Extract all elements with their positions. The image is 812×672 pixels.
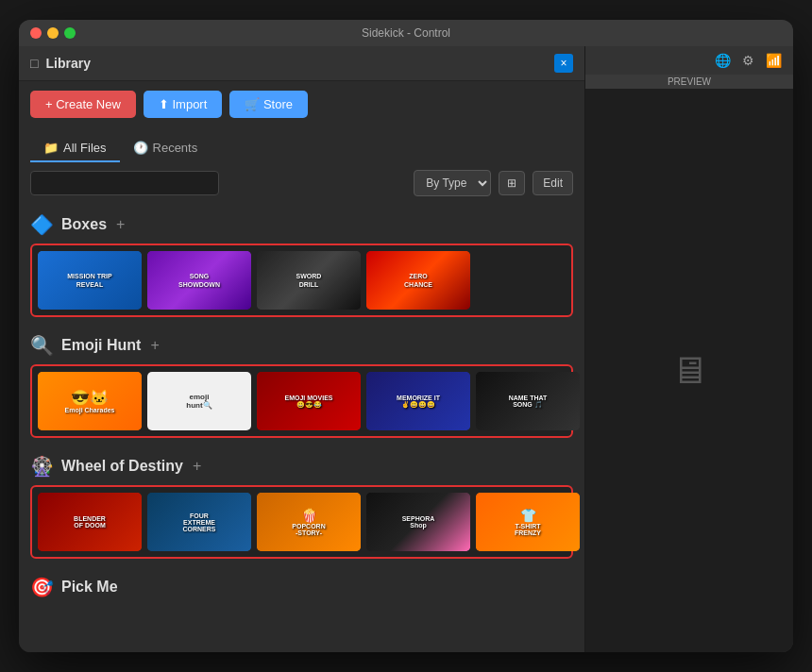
blender-label: BLENDEROF DOOM xyxy=(74,515,106,529)
minimize-button[interactable] xyxy=(47,27,59,39)
item-emoji-movies[interactable]: EMOJI MOVIES😀😎😂 xyxy=(257,372,361,430)
mission-trip-label: MISSION TRIPREVEAL xyxy=(67,272,111,289)
section-boxes: 🔷 Boxes + MISSION TRIPREVEAL xyxy=(30,213,573,317)
app-body: □ Library × + Create New ⬆ Import 🛒 Stor… xyxy=(19,46,793,652)
charades-emoji: 😎🐱 xyxy=(71,389,109,407)
wheel-add-button[interactable]: + xyxy=(193,458,201,475)
settings-icon[interactable]: ⚙ xyxy=(740,51,756,70)
library-panel-icon: □ xyxy=(30,56,38,71)
preview-label: PREVIEW xyxy=(585,75,793,89)
preview-area: 🖥 xyxy=(585,89,793,652)
library-panel: □ Library × + Create New ⬆ Import 🛒 Stor… xyxy=(19,46,585,652)
item-zero-chance[interactable]: ZEROCHANCE xyxy=(366,251,470,310)
section-wheel-of-destiny: 🎡 Wheel of Destiny + BLENDEROF DOOM xyxy=(30,455,573,559)
popcorn-emoji: 🍿 xyxy=(301,508,317,523)
boxes-section-icon: 🔷 xyxy=(30,213,54,236)
view-toggle-button[interactable]: ⊞ xyxy=(499,171,525,195)
item-sword-drill[interactable]: SWORDDRILL xyxy=(257,251,361,310)
emoji-charades-label: Emoji Charades xyxy=(65,407,115,413)
mac-window: Sidekick - Control □ Library × + Create … xyxy=(19,20,793,652)
import-button[interactable]: ⬆ Import xyxy=(144,91,222,118)
tab-bar: 📁 All Files 🕐 Recents xyxy=(19,127,584,162)
wheel-section-icon: 🎡 xyxy=(30,455,54,478)
emoji-hunt-label: emojihunt🔍 xyxy=(186,393,211,410)
emoji-section-icon: 🔍 xyxy=(30,334,54,357)
filter-dropdown[interactable]: By Type xyxy=(414,170,491,196)
edit-button[interactable]: Edit xyxy=(533,171,573,195)
monitor-icon: 🖥 xyxy=(670,349,708,392)
section-pick-me-title: Pick Me xyxy=(61,579,118,596)
all-files-icon: 📁 xyxy=(43,141,59,155)
emoji-items-row: 😎🐱 Emoji Charades emojihunt🔍 xyxy=(30,364,573,438)
tab-all-files[interactable]: 📁 All Files xyxy=(30,135,120,162)
library-header: □ Library × xyxy=(19,46,584,81)
item-popcorn-story[interactable]: 🍿 POPCORN-STORY- xyxy=(257,493,361,551)
store-button[interactable]: 🛒 Store xyxy=(229,91,308,118)
sidebar-top-icons: 🌐 ⚙ 📶 xyxy=(585,46,793,75)
memorize-it-label: MEMORIZE IT✌️😀😀😀 xyxy=(397,395,440,409)
action-buttons-bar: + Create New ⬆ Import 🛒 Store xyxy=(19,81,584,127)
search-input[interactable] xyxy=(30,171,219,195)
item-emoji-hunt[interactable]: emojihunt🔍 xyxy=(147,372,251,430)
item-sephora-shop[interactable]: SEPHORAShop xyxy=(366,493,470,551)
title-bar: Sidekick - Control xyxy=(19,20,793,46)
section-boxes-title: Boxes xyxy=(61,216,107,233)
section-wheel-header: 🎡 Wheel of Destiny + xyxy=(30,455,573,478)
sword-drill-label: SWORDDRILL xyxy=(296,272,322,289)
close-button[interactable] xyxy=(30,27,42,39)
traffic-lights xyxy=(30,27,76,39)
tshirt-emoji: 👕 xyxy=(520,508,536,523)
section-emoji-header: 🔍 Emoji Hunt + xyxy=(30,334,573,357)
create-new-button[interactable]: + Create New xyxy=(30,91,136,118)
item-four-extreme-corners[interactable]: FOUREXTREMECORNERS xyxy=(147,493,251,551)
zero-chance-label: ZEROCHANCE xyxy=(404,272,432,289)
item-tshirt-frenzy[interactable]: 👕 T-SHIRTFRENZY xyxy=(476,493,580,551)
tab-recents-label: Recents xyxy=(153,141,198,155)
item-name-that-song[interactable]: NAME THATSONG 🎵 xyxy=(476,372,580,430)
pick-me-icon: 🎯 xyxy=(30,576,54,598)
section-boxes-header: 🔷 Boxes + xyxy=(30,213,573,236)
extreme-corners-label: FOUREXTREMECORNERS xyxy=(182,512,215,532)
name-that-song-label: NAME THATSONG 🎵 xyxy=(509,395,548,409)
section-emoji-title: Emoji Hunt xyxy=(61,337,141,354)
emoji-add-button[interactable]: + xyxy=(150,337,159,354)
library-close-button[interactable]: × xyxy=(554,54,573,73)
maximize-button[interactable] xyxy=(64,27,76,39)
section-wheel-title: Wheel of Destiny xyxy=(61,458,183,475)
item-blender-of-doom[interactable]: BLENDEROF DOOM xyxy=(38,493,142,551)
emoji-movies-label: EMOJI MOVIES😀😎😂 xyxy=(285,395,333,409)
item-song-showdown[interactable]: SONGSHOWDOWN xyxy=(147,251,251,310)
tab-recents[interactable]: 🕐 Recents xyxy=(120,135,211,162)
tab-all-files-label: All Files xyxy=(63,141,107,155)
boxes-add-button[interactable]: + xyxy=(116,216,125,233)
right-sidebar: 🌐 ⚙ 📶 PREVIEW 🖥 xyxy=(585,46,793,652)
tshirt-label: T-SHIRTFRENZY xyxy=(515,523,541,536)
library-title: Library xyxy=(45,56,547,71)
boxes-items-row: MISSION TRIPREVEAL SONGSHOWDOWN xyxy=(30,244,573,317)
section-pick-me-header: 🎯 Pick Me xyxy=(30,576,573,598)
globe-icon[interactable]: 🌐 xyxy=(713,51,733,70)
section-emoji-hunt: 🔍 Emoji Hunt + 😎🐱 Emoji Charades xyxy=(30,334,573,438)
section-pick-me: 🎯 Pick Me xyxy=(30,576,573,598)
item-mission-trip[interactable]: MISSION TRIPREVEAL xyxy=(38,251,142,310)
recents-icon: 🕐 xyxy=(133,141,148,155)
window-title: Sidekick - Control xyxy=(362,26,450,40)
sephora-label: SEPHORAShop xyxy=(402,515,435,529)
wheel-items-row: BLENDEROF DOOM FOUREXTREMECORNERS xyxy=(30,485,573,559)
search-filter-bar: By Type ⊞ Edit xyxy=(19,162,584,204)
wifi-icon[interactable]: 📶 xyxy=(764,51,784,70)
item-memorize-it[interactable]: MEMORIZE IT✌️😀😀😀 xyxy=(366,372,470,430)
popcorn-label: POPCORN-STORY- xyxy=(292,523,325,536)
song-showdown-label: SONGSHOWDOWN xyxy=(178,272,220,289)
item-emoji-charades[interactable]: 😎🐱 Emoji Charades xyxy=(38,372,142,430)
content-area: 🔷 Boxes + MISSION TRIPREVEAL xyxy=(19,204,584,652)
